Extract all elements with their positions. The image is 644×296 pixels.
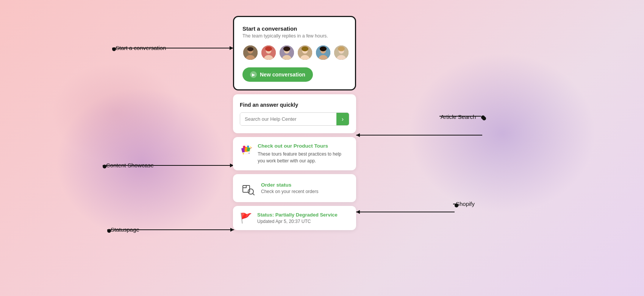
shopify-text: Order status Check on your recent orders bbox=[261, 182, 318, 194]
arrow-content-showcase bbox=[103, 165, 238, 166]
new-conversation-label: New conversation bbox=[260, 72, 305, 78]
shopify-title: Order status bbox=[261, 182, 318, 188]
status-card[interactable]: 🚩 Status: Partially Degraded Service Upd… bbox=[233, 206, 356, 230]
search-card-title: Find an answer quickly bbox=[240, 102, 349, 108]
status-text: Status: Partially Degraded Service Updat… bbox=[257, 212, 338, 224]
arrow-article-search bbox=[356, 135, 482, 136]
svg-point-15 bbox=[247, 47, 253, 51]
avatar-5 bbox=[315, 45, 331, 61]
svg-point-27 bbox=[302, 47, 308, 51]
top-card-subtitle: The team typically replies in a few hour… bbox=[242, 33, 347, 39]
showcase-body: These tours feature best practices to he… bbox=[258, 151, 349, 164]
avatars-row bbox=[242, 45, 347, 61]
annotation-shopify: Shopify bbox=[456, 201, 475, 207]
svg-text:✦: ✦ bbox=[248, 152, 250, 154]
arrow-shopify bbox=[356, 212, 455, 213]
order-status-icon bbox=[240, 180, 256, 196]
avatar-6 bbox=[333, 45, 349, 61]
new-conversation-button[interactable]: ▶ New conversation bbox=[242, 67, 313, 82]
widget: Start a conversation The team typically … bbox=[233, 16, 356, 230]
showcase-text: Check out our Product Tours These tours … bbox=[258, 143, 349, 164]
arrow-start-conversation bbox=[112, 48, 237, 49]
avatar-1 bbox=[242, 45, 258, 61]
status-flag-icon: 🚩 bbox=[240, 212, 252, 224]
play-icon: ▶ bbox=[250, 71, 257, 78]
shopify-body: Check on your recent orders bbox=[261, 189, 318, 194]
svg-point-19 bbox=[265, 47, 272, 51]
svg-point-40 bbox=[243, 146, 245, 148]
search-submit-button[interactable]: › bbox=[336, 113, 349, 125]
svg-point-31 bbox=[320, 47, 327, 51]
search-row: › bbox=[240, 112, 349, 126]
svg-point-35 bbox=[338, 47, 345, 51]
top-card-title: Start a conversation bbox=[242, 25, 347, 32]
avatar-4 bbox=[297, 45, 313, 61]
svg-line-49 bbox=[253, 193, 254, 195]
search-card: Find an answer quickly › bbox=[233, 94, 356, 133]
svg-point-23 bbox=[283, 47, 290, 51]
showcase-illustration: ✦ ✦ bbox=[240, 143, 252, 163]
status-title: Status: Partially Degraded Service bbox=[257, 212, 338, 218]
shopify-card[interactable]: Order status Check on your recent orders bbox=[233, 174, 356, 202]
avatar-3 bbox=[279, 45, 295, 61]
showcase-card[interactable]: ✦ ✦ Check out our Product Tours These to… bbox=[233, 137, 356, 170]
showcase-title: Check out our Product Tours bbox=[258, 143, 349, 149]
svg-text:✦: ✦ bbox=[242, 152, 245, 156]
arrow-statuspage bbox=[107, 230, 238, 231]
search-input[interactable] bbox=[240, 113, 336, 125]
top-card: Start a conversation The team typically … bbox=[233, 16, 356, 90]
status-body: Updated Apr 5, 20:37 UTC bbox=[257, 219, 338, 224]
avatar-2 bbox=[261, 45, 277, 61]
svg-point-41 bbox=[247, 145, 249, 147]
